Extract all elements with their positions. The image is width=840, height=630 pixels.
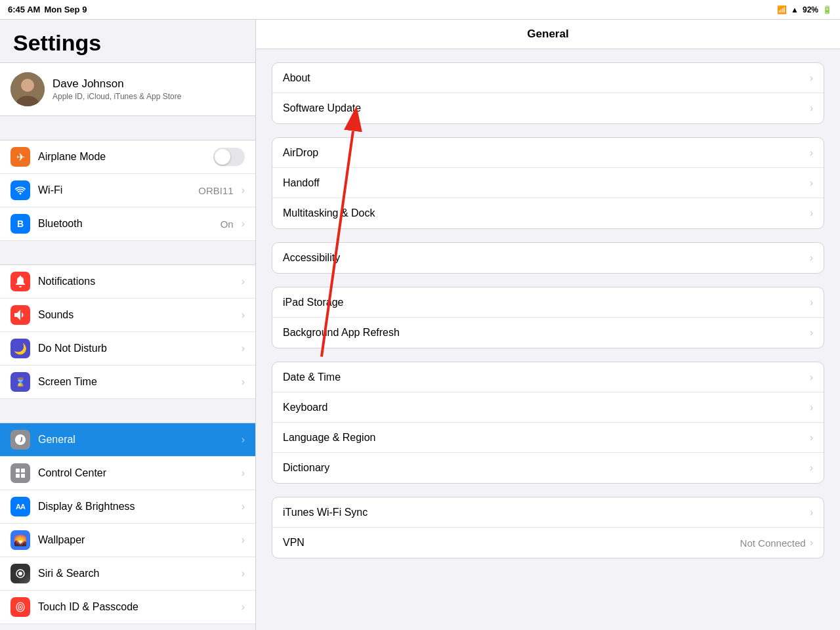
wallpaper-icon: 🌄 bbox=[10, 530, 30, 550]
settings-group-locale: Date & Time › Keyboard › Language & Regi… bbox=[272, 362, 824, 484]
sidebar-item-do-not-disturb[interactable]: 🌙 Do Not Disturb › bbox=[0, 332, 255, 366]
svg-rect-7 bbox=[21, 474, 25, 478]
wallpaper-chevron: › bbox=[242, 534, 245, 546]
screen-time-icon: ⌛ bbox=[10, 372, 30, 392]
settings-row-date-time[interactable]: Date & Time › bbox=[272, 362, 824, 392]
display-chevron: › bbox=[242, 501, 245, 513]
software-update-chevron: › bbox=[810, 102, 813, 114]
airplane-mode-label: Airplane Mode bbox=[38, 151, 205, 163]
siri-label: Siri & Search bbox=[38, 568, 234, 579]
settings-group-connectivity: AirDrop › Handoff › Multitasking & Dock … bbox=[272, 137, 824, 229]
sidebar-item-bluetooth[interactable]: B Bluetooth On › bbox=[0, 207, 255, 241]
notifications-label: Notifications bbox=[38, 276, 234, 287]
about-label: About bbox=[283, 72, 810, 84]
wifi-value: ORBI11 bbox=[198, 185, 233, 196]
touch-id-label: Touch ID & Passcode bbox=[38, 601, 234, 613]
about-chevron: › bbox=[810, 72, 813, 84]
svg-rect-6 bbox=[16, 474, 20, 478]
date: Mon Sep 9 bbox=[44, 5, 87, 14]
airplane-mode-icon: ✈ bbox=[10, 147, 30, 167]
airdrop-label: AirDrop bbox=[283, 147, 810, 159]
settings-row-ipad-storage[interactable]: iPad Storage › bbox=[272, 287, 824, 318]
settings-row-keyboard[interactable]: Keyboard › bbox=[272, 392, 824, 423]
background-refresh-chevron: › bbox=[810, 327, 813, 339]
wallpaper-label: Wallpaper bbox=[38, 534, 234, 546]
bluetooth-value: On bbox=[220, 219, 234, 230]
airplane-mode-toggle[interactable] bbox=[213, 148, 245, 166]
multitasking-chevron: › bbox=[810, 207, 813, 219]
bluetooth-label: Bluetooth bbox=[38, 218, 213, 230]
date-time-label: Date & Time bbox=[283, 371, 810, 383]
sidebar: Settings Dave Johnson Apple ID, iCloud, … bbox=[0, 20, 256, 630]
language-region-chevron: › bbox=[810, 432, 813, 444]
sidebar-item-general[interactable]: General › bbox=[0, 423, 255, 457]
settings-row-vpn[interactable]: VPN Not Connected › bbox=[272, 528, 824, 558]
software-update-label: Software Update bbox=[283, 102, 810, 114]
accessibility-label: Accessibility bbox=[283, 252, 810, 264]
sounds-label: Sounds bbox=[38, 309, 234, 321]
sidebar-item-notifications[interactable]: Notifications › bbox=[0, 264, 255, 299]
date-time-chevron: › bbox=[810, 371, 813, 383]
touch-id-chevron: › bbox=[242, 601, 245, 613]
sidebar-group-display: General › Control Center › AA Display & bbox=[0, 423, 255, 624]
svg-rect-4 bbox=[16, 469, 20, 472]
sidebar-item-control-center[interactable]: Control Center › bbox=[0, 457, 255, 490]
keyboard-chevron: › bbox=[810, 402, 813, 413]
sidebar-item-wallpaper[interactable]: 🌄 Wallpaper › bbox=[0, 524, 255, 557]
sounds-chevron: › bbox=[242, 309, 245, 321]
settings-row-itunes-wifi[interactable]: iTunes Wi-Fi Sync › bbox=[272, 497, 824, 528]
accessibility-chevron: › bbox=[810, 252, 813, 264]
dnd-label: Do Not Disturb bbox=[38, 343, 234, 354]
control-center-chevron: › bbox=[242, 467, 245, 479]
right-panel-content: About › Software Update › AirDrop › bbox=[256, 49, 840, 585]
display-icon: AA bbox=[10, 497, 30, 516]
settings-row-about[interactable]: About › bbox=[272, 63, 824, 93]
status-bar-left: 6:45 AM Mon Sep 9 bbox=[8, 5, 87, 14]
settings-row-accessibility[interactable]: Accessibility › bbox=[272, 243, 824, 273]
profile-subtitle: Apple ID, iCloud, iTunes & App Store bbox=[52, 92, 181, 101]
sidebar-gap-2 bbox=[0, 241, 255, 264]
dnd-chevron: › bbox=[242, 343, 245, 354]
status-bar-right: 📶 ▲ 92% 🔋 bbox=[777, 5, 832, 14]
sidebar-item-wifi[interactable]: Wi-Fi ORBI11 › bbox=[0, 174, 255, 207]
settings-row-dictionary[interactable]: Dictionary › bbox=[272, 453, 824, 483]
sidebar-item-siri[interactable]: Siri & Search › bbox=[0, 557, 255, 591]
settings-row-handoff[interactable]: Handoff › bbox=[272, 168, 824, 198]
settings-row-background-refresh[interactable]: Background App Refresh › bbox=[272, 318, 824, 348]
language-region-label: Language & Region bbox=[283, 432, 810, 444]
screen-time-label: Screen Time bbox=[38, 376, 234, 388]
handoff-chevron: › bbox=[810, 177, 813, 189]
handoff-label: Handoff bbox=[283, 177, 810, 189]
vpn-value: Not Connected bbox=[740, 537, 806, 549]
svg-point-9 bbox=[18, 572, 22, 576]
sidebar-item-screen-time[interactable]: ⌛ Screen Time › bbox=[0, 366, 255, 399]
right-panel-header: General bbox=[256, 20, 840, 49]
settings-row-airdrop[interactable]: AirDrop › bbox=[272, 138, 824, 168]
siri-chevron: › bbox=[242, 568, 245, 579]
toggle-knob bbox=[215, 149, 230, 165]
sidebar-item-airplane-mode[interactable]: ✈ Airplane Mode bbox=[0, 140, 255, 174]
svg-point-12 bbox=[20, 606, 21, 608]
settings-row-software-update[interactable]: Software Update › bbox=[272, 93, 824, 123]
settings-row-multitasking[interactable]: Multitasking & Dock › bbox=[272, 198, 824, 228]
time: 6:45 AM bbox=[8, 5, 40, 14]
sidebar-title: Settings bbox=[0, 20, 255, 62]
status-bar: 6:45 AM Mon Sep 9 📶 ▲ 92% 🔋 bbox=[0, 0, 840, 20]
dictionary-label: Dictionary bbox=[283, 462, 810, 474]
settings-group-accessibility: Accessibility › bbox=[272, 242, 824, 274]
avatar bbox=[10, 72, 45, 106]
sidebar-group-notifications: Notifications › Sounds › 🌙 Do Not Distur… bbox=[0, 264, 255, 399]
itunes-wifi-chevron: › bbox=[810, 507, 813, 518]
background-refresh-label: Background App Refresh bbox=[283, 327, 810, 339]
vpn-chevron: › bbox=[810, 537, 813, 549]
general-icon bbox=[10, 430, 30, 450]
sidebar-item-touch-id[interactable]: Touch ID & Passcode › bbox=[0, 591, 255, 624]
profile-row[interactable]: Dave Johnson Apple ID, iCloud, iTunes & … bbox=[0, 62, 255, 116]
battery-icon: 🔋 bbox=[822, 5, 832, 14]
general-label: General bbox=[38, 434, 234, 446]
settings-row-language-region[interactable]: Language & Region › bbox=[272, 423, 824, 453]
control-center-label: Control Center bbox=[38, 467, 234, 479]
sidebar-item-display-brightness[interactable]: AA Display & Brightness › bbox=[0, 490, 255, 524]
notifications-chevron: › bbox=[242, 276, 245, 287]
sidebar-item-sounds[interactable]: Sounds › bbox=[0, 299, 255, 332]
